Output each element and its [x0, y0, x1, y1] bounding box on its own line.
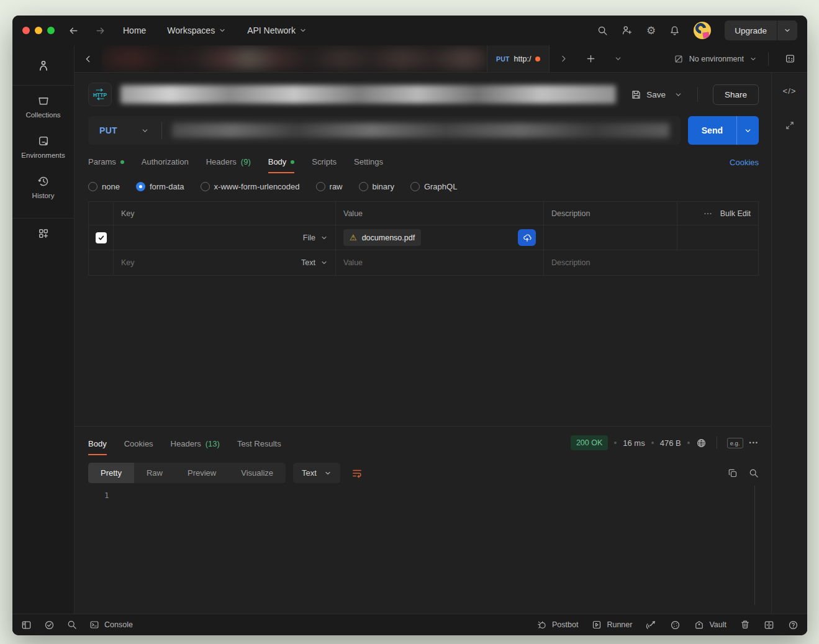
description-input-cell[interactable]: [544, 225, 677, 250]
code-snippet-icon[interactable]: </>: [783, 86, 797, 96]
tab-headers[interactable]: Headers(9): [206, 157, 251, 173]
share-button[interactable]: Share: [713, 84, 759, 105]
api-health-check-icon[interactable]: [44, 620, 55, 630]
chevron-down-icon: [219, 27, 226, 34]
body-type-x-www-form-urlencoded[interactable]: x-www-form-urlencoded: [201, 182, 300, 191]
view-pretty[interactable]: Pretty: [88, 463, 134, 483]
body-type-binary[interactable]: binary: [359, 182, 394, 191]
right-rail: </>: [771, 73, 807, 614]
trash-icon[interactable]: [740, 620, 750, 630]
tab-settings[interactable]: Settings: [354, 157, 383, 173]
search-response-icon[interactable]: [749, 468, 759, 478]
zoom-window-button[interactable]: [47, 27, 55, 34]
workspaces-menu[interactable]: Workspaces: [167, 25, 226, 35]
description-input-cell[interactable]: Description: [544, 250, 677, 275]
console-button[interactable]: Console: [89, 620, 133, 630]
nav-back-icon[interactable]: [68, 25, 79, 36]
cookies-icon[interactable]: [670, 620, 681, 630]
view-preview[interactable]: Preview: [175, 463, 229, 483]
home-link[interactable]: Home: [123, 25, 146, 35]
upgrade-dropdown-chevron-icon[interactable]: [777, 20, 797, 40]
body-type-form-data[interactable]: form-data: [136, 182, 184, 191]
redacted-request-title[interactable]: [120, 85, 616, 104]
response-tab-body[interactable]: Body: [88, 439, 107, 455]
body-type-raw[interactable]: raw: [316, 182, 343, 191]
capture-requests-icon[interactable]: [646, 620, 656, 630]
upgrade-button[interactable]: Upgrade: [725, 20, 797, 40]
tab-authorization[interactable]: Authorization: [142, 157, 189, 173]
save-as-example-icon[interactable]: e.g.: [727, 438, 743, 448]
postbot-button[interactable]: Postbot: [537, 620, 578, 630]
tab-body[interactable]: Body: [268, 157, 295, 173]
sidebar-item-collections[interactable]: Collections: [25, 94, 60, 119]
runner-button[interactable]: Runner: [592, 620, 632, 630]
redacted-url-input[interactable]: [172, 123, 669, 138]
send-button[interactable]: Send: [688, 116, 759, 145]
environments-icon: [37, 135, 50, 147]
response-more-options-icon[interactable]: •••: [749, 440, 759, 446]
response-tab-headers[interactable]: Headers(13): [171, 439, 220, 455]
my-workspace-user-icon[interactable]: [37, 54, 50, 83]
toggle-sidebar-icon[interactable]: [21, 620, 32, 630]
value-type-select[interactable]: Text: [301, 258, 328, 267]
chevron-down-icon: [141, 127, 149, 135]
body-type-none[interactable]: none: [88, 182, 120, 191]
save-button[interactable]: Save: [631, 89, 666, 100]
tabs-scroll-left-icon[interactable]: [75, 55, 102, 63]
copy-response-icon[interactable]: [728, 468, 738, 478]
sidebar-item-history[interactable]: History: [32, 175, 55, 199]
upload-file-button[interactable]: [518, 229, 536, 246]
two-pane-layout-icon[interactable]: [764, 620, 774, 630]
notifications-bell-icon[interactable]: [669, 25, 680, 36]
redacted-tabs[interactable]: [102, 45, 487, 72]
help-icon[interactable]: [788, 620, 799, 630]
body-type-options: none form-data x-www-form-urlencoded raw…: [88, 182, 759, 191]
network-globe-icon[interactable]: [696, 438, 707, 448]
key-input-cell[interactable]: Key Text: [114, 250, 336, 275]
user-avatar[interactable]: [694, 22, 711, 39]
chevron-down-icon: [749, 55, 757, 63]
cookies-link[interactable]: Cookies: [730, 158, 759, 173]
tab-options-chevron-icon[interactable]: [604, 55, 631, 63]
minimize-window-button[interactable]: [35, 27, 42, 34]
value-type-select[interactable]: File: [303, 234, 328, 242]
value-input-cell[interactable]: Value: [336, 250, 544, 275]
expand-arrows-icon[interactable]: [785, 120, 795, 130]
view-raw[interactable]: Raw: [134, 463, 175, 483]
sidebar-item-environments[interactable]: Environments: [21, 135, 65, 159]
sidebar-more-tools-button[interactable]: [37, 227, 50, 240]
response-tab-cookies[interactable]: Cookies: [124, 439, 153, 455]
invite-user-icon[interactable]: [622, 25, 633, 36]
response-tab-test-results[interactable]: Test Results: [237, 439, 281, 455]
search-icon[interactable]: [597, 25, 608, 36]
wrap-lines-icon[interactable]: [348, 464, 366, 483]
column-options-icon[interactable]: •••: [704, 211, 712, 215]
tab-scripts[interactable]: Scripts: [312, 157, 337, 173]
api-network-menu[interactable]: API Network: [247, 25, 307, 35]
view-visualize[interactable]: Visualize: [229, 463, 286, 483]
close-window-button[interactable]: [22, 27, 30, 34]
body-type-graphql[interactable]: GraphQL: [410, 182, 457, 191]
save-options-chevron-icon[interactable]: [674, 91, 682, 99]
bulk-edit-button[interactable]: Bulk Edit: [720, 209, 751, 218]
blocks-add-icon: [37, 227, 50, 240]
row-checkbox-checked[interactable]: [96, 232, 107, 243]
response-format-select[interactable]: Text: [293, 463, 340, 483]
new-tab-plus-icon[interactable]: [577, 54, 604, 63]
method-select[interactable]: PUT: [88, 125, 161, 135]
settings-gear-icon[interactable]: ⚙: [646, 24, 656, 37]
response-body-editor[interactable]: 1: [88, 483, 759, 614]
postman-window: Home Workspaces API Network ⚙ Upgrade: [12, 16, 807, 635]
tabs-scroll-right-icon[interactable]: [550, 55, 577, 63]
active-request-tab[interactable]: PUT http:/: [487, 45, 550, 72]
vault-button[interactable]: Vault: [694, 620, 726, 630]
environment-selector[interactable]: No environment: [666, 54, 764, 64]
nav-forward-icon[interactable]: [95, 25, 106, 36]
key-input-cell[interactable]: File: [114, 225, 336, 250]
tab-params[interactable]: Params: [88, 157, 124, 173]
selected-file-chip[interactable]: ⚠ documenso.pdf: [343, 229, 421, 246]
environment-quick-look-icon[interactable]: [772, 53, 807, 64]
find-replace-search-icon[interactable]: [67, 620, 77, 630]
editor-scrollbar[interactable]: [754, 486, 755, 605]
send-options-chevron-icon[interactable]: [736, 116, 759, 145]
